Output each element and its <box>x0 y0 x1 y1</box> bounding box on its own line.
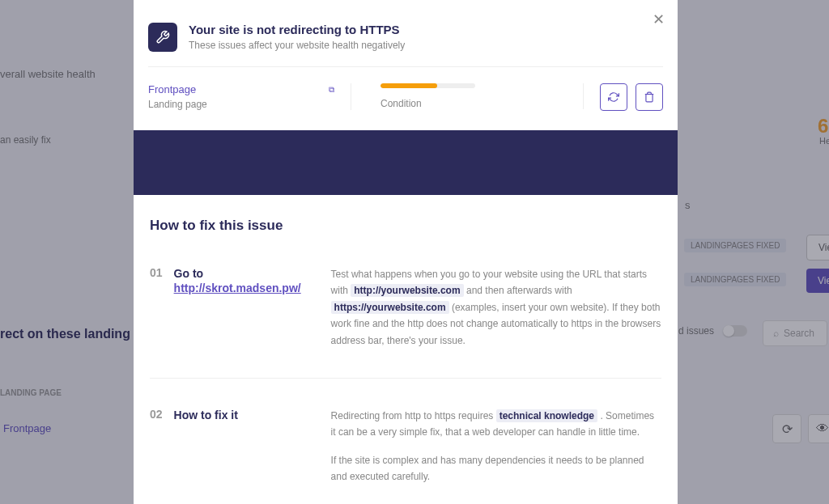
page-link[interactable]: Frontpage ⧉ <box>148 83 334 95</box>
condition-progress <box>380 83 475 88</box>
action-buttons <box>584 83 663 111</box>
close-button[interactable]: ✕ <box>650 11 666 28</box>
close-icon: ✕ <box>653 11 665 28</box>
progress-fill <box>380 83 437 88</box>
page-name-col: Frontpage ⧉ Landing page <box>148 83 351 110</box>
step-1-num: 01 <box>150 266 163 349</box>
step-2: 02 How to fix it Redirecting from http t… <box>150 408 661 497</box>
page-type: Landing page <box>148 99 334 110</box>
refresh-icon <box>608 91 619 103</box>
external-link-icon: ⧉ <box>329 85 334 95</box>
page-info-row: Frontpage ⧉ Landing page Condition <box>134 67 678 130</box>
highlight-https: https://yourwebsite.com <box>331 301 449 314</box>
highlight-tech: technical knowledge <box>496 409 597 422</box>
step-1-link[interactable]: http://skrot.madsen.pw/ <box>174 282 301 294</box>
condition-col: Condition <box>351 83 584 109</box>
step-2-title: How to fix it <box>174 408 320 497</box>
refresh-button[interactable] <box>600 83 627 111</box>
highlight-http: http://yourwebsite.com <box>351 284 463 297</box>
header-text: Your site is not redirecting to HTTPS Th… <box>189 23 405 52</box>
modal-header: Your site is not redirecting to HTTPS Th… <box>134 0 678 66</box>
page-name: Frontpage <box>148 83 196 95</box>
step-1: 01 Go to http://skrot.madsen.pw/ Test wh… <box>150 266 661 349</box>
dark-band <box>134 130 678 195</box>
step-divider <box>150 378 661 379</box>
step-1-title-text: Go to <box>174 267 204 280</box>
step-1-body: Test what happens when you go to your we… <box>331 266 661 349</box>
step-2-num: 02 <box>150 408 163 497</box>
step-1-title: Go to http://skrot.madsen.pw/ <box>174 266 320 349</box>
modal-title: Your site is not redirecting to HTTPS <box>189 23 405 36</box>
modal-subtitle: These issues affect your website health … <box>189 40 405 51</box>
delete-button[interactable] <box>636 83 663 111</box>
step-2-title-text: How to fix it <box>174 409 238 421</box>
how-to-fix-heading: How to fix this issue <box>150 218 661 234</box>
condition-label: Condition <box>380 98 567 109</box>
content: How to fix this issue 01 Go to http://sk… <box>134 195 678 504</box>
trash-icon <box>644 91 655 103</box>
wrench-icon <box>148 23 177 52</box>
issue-modal: ✕ Your site is not redirecting to HTTPS … <box>134 0 678 504</box>
step-2-body: Redirecting from http to https requires … <box>331 408 661 497</box>
